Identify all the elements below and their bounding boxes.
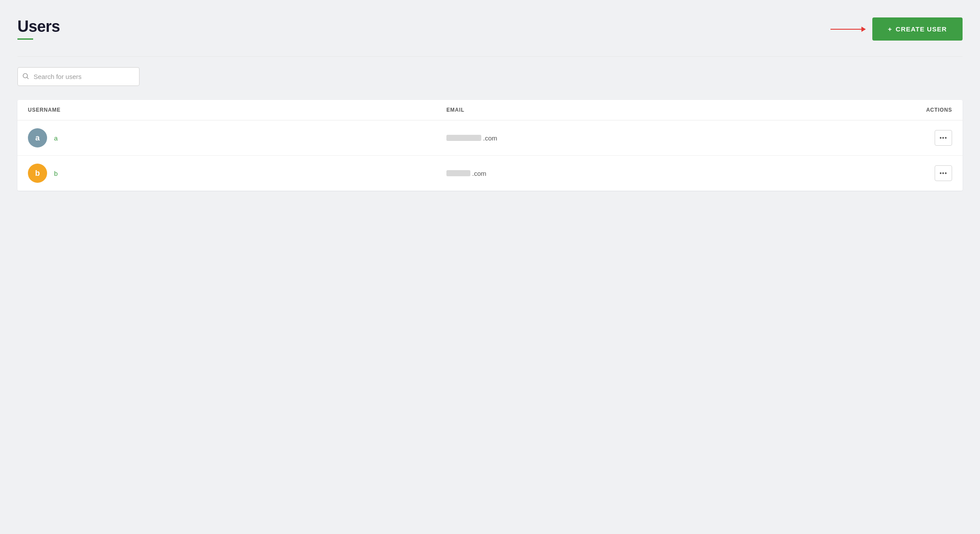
col-header-username: USERNAME (28, 107, 446, 113)
table-row: b b .com ••• (17, 156, 963, 191)
more-actions-button[interactable]: ••• (935, 165, 952, 181)
search-icon (23, 73, 29, 80)
create-user-label: CREATE USER (896, 25, 947, 33)
actions-cell-b: ••• (865, 165, 952, 181)
avatar-letter: a (35, 134, 40, 143)
more-actions-button[interactable]: ••• (935, 130, 952, 146)
user-cell-a: a a (28, 128, 446, 147)
col-header-actions: ACTIONS (865, 107, 952, 113)
avatar-letter: b (35, 169, 40, 178)
search-container (17, 67, 963, 86)
table-row: a a .com ••• (17, 120, 963, 156)
email-suffix: .com (483, 134, 497, 142)
avatar: a (28, 128, 47, 147)
header-divider (17, 56, 963, 57)
arrow-indicator (830, 29, 865, 30)
page-title: Users (17, 17, 60, 36)
svg-line-1 (27, 77, 28, 79)
col-header-email: EMAIL (446, 107, 865, 113)
plus-icon: + (888, 25, 892, 33)
username-label: b (54, 170, 58, 177)
username-label: a (54, 134, 58, 142)
email-redacted-block (446, 135, 481, 141)
email-cell-b: .com (446, 170, 865, 177)
users-table: USERNAME EMAIL ACTIONS a a .com ••• b b (17, 100, 963, 191)
email-redacted-block (446, 170, 470, 176)
search-input[interactable] (17, 67, 140, 86)
arrow-line (830, 29, 865, 30)
table-header: USERNAME EMAIL ACTIONS (17, 100, 963, 120)
user-cell-b: b b (28, 164, 446, 183)
actions-cell-a: ••• (865, 130, 952, 146)
header-actions: + CREATE USER (830, 17, 963, 41)
title-underline (17, 38, 33, 40)
create-user-button[interactable]: + CREATE USER (872, 17, 963, 41)
email-cell-a: .com (446, 134, 865, 142)
email-suffix: .com (472, 170, 487, 177)
avatar: b (28, 164, 47, 183)
search-input-wrapper (17, 67, 140, 86)
